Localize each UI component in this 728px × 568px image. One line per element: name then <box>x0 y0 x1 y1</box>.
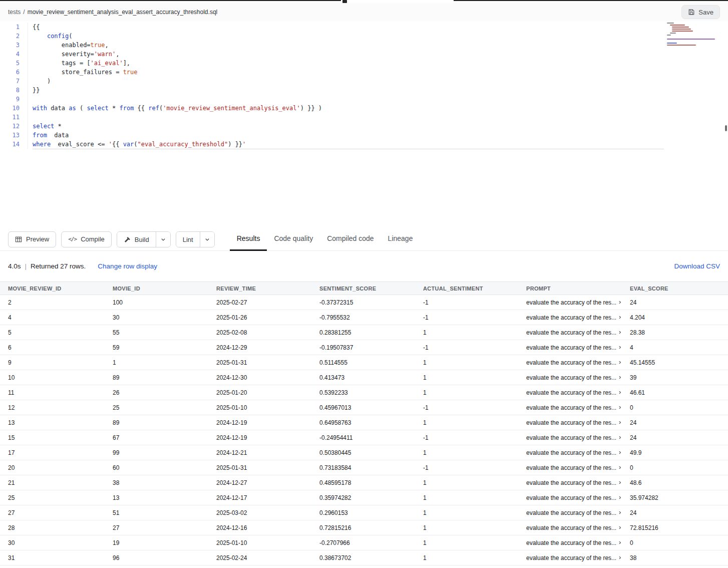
lint-dropdown-button[interactable] <box>200 232 214 247</box>
prompt-expand-icon[interactable]: › <box>619 509 621 516</box>
save-button[interactable]: Save <box>681 5 720 19</box>
prompt-expand-icon[interactable]: › <box>619 464 621 471</box>
table-cell: 49.9 <box>622 449 728 456</box>
code-token: from <box>119 105 134 112</box>
file-tabstrip <box>0 0 728 3</box>
prompt-text: evaluate the accuracy of the res... <box>526 509 616 516</box>
prompt-expand-icon[interactable]: › <box>619 374 621 381</box>
minimap-line <box>667 23 674 24</box>
table-cell: 2025-02-27 <box>208 299 311 306</box>
table-cell: 1 <box>415 539 518 546</box>
preview-button[interactable]: Preview <box>8 231 56 247</box>
code-token: config <box>47 33 69 40</box>
line-number: 4 <box>0 50 28 59</box>
prompt-expand-icon[interactable]: › <box>619 434 621 441</box>
table-cell: 0.64958763 <box>311 419 415 426</box>
table-cell: 4 <box>622 344 728 351</box>
code-line[interactable]: }} <box>33 86 728 95</box>
table-cell: 28.38 <box>622 329 728 336</box>
table-row: 6592024-12-29-0.19507837-1evaluate the a… <box>0 340 728 355</box>
prompt-expand-icon[interactable]: › <box>619 479 621 486</box>
table-cell: evaluate the accuracy of the res...› <box>518 479 622 486</box>
table-cell: evaluate the accuracy of the res...› <box>518 314 622 321</box>
breadcrumb-root[interactable]: tests <box>8 9 21 16</box>
line-number: 12 <box>0 122 28 131</box>
prompt-expand-icon[interactable]: › <box>619 419 621 426</box>
lint-button[interactable]: Lint <box>176 232 200 247</box>
tab-results[interactable]: Results <box>230 228 267 251</box>
table-row: 31962025-02-240.386737021evaluate the ac… <box>0 550 728 565</box>
table-cell: 1 <box>415 524 518 531</box>
file-tab-icon <box>342 0 347 3</box>
code-line[interactable]: from data <box>33 131 728 140</box>
table-cell: 2025-02-24 <box>208 554 311 561</box>
table-row: 4302025-01-26-0.7955532-1evaluate the ac… <box>0 310 728 325</box>
prompt-expand-icon[interactable]: › <box>619 344 621 351</box>
table-cell: 55 <box>105 329 208 336</box>
table-cell: 0.413473 <box>311 374 415 381</box>
prompt-expand-icon[interactable]: › <box>619 404 621 411</box>
code-line[interactable]: store_failures = true <box>33 68 728 77</box>
table-cell: 38 <box>622 554 728 561</box>
table-cell: 27 <box>0 509 105 516</box>
breadcrumb-separator: / <box>23 9 25 16</box>
code-line[interactable] <box>33 113 728 122</box>
prompt-expand-icon[interactable]: › <box>619 389 621 396</box>
download-csv-link[interactable]: Download CSV <box>674 262 720 270</box>
table-cell: 24 <box>622 299 728 306</box>
code-line[interactable]: severity='warn', <box>33 50 728 59</box>
column-header: SENTIMENT_SCORE <box>311 286 415 292</box>
build-button-label: Build <box>135 236 149 243</box>
prompt-expand-icon[interactable]: › <box>619 314 621 321</box>
prompt-expand-icon[interactable]: › <box>619 359 621 366</box>
code-line[interactable]: {{ <box>33 23 728 32</box>
prompt-expand-icon[interactable]: › <box>619 329 621 336</box>
prompt-expand-icon[interactable]: › <box>619 539 621 546</box>
prompt-text: evaluate the accuracy of the res... <box>526 524 616 531</box>
prompt-expand-icon[interactable]: › <box>619 524 621 531</box>
code-lines[interactable]: {{ config( enabled=true, severity='warn'… <box>28 23 728 149</box>
table-cell: 0.50380445 <box>311 449 415 456</box>
build-dropdown-button[interactable] <box>156 232 170 247</box>
code-token: select <box>87 105 108 112</box>
editor-scrollbar-thumb[interactable] <box>725 125 727 131</box>
code-token: as <box>69 105 76 112</box>
minimap[interactable] <box>667 23 723 47</box>
chevron-down-icon <box>205 237 210 242</box>
change-row-display-link[interactable]: Change row display <box>98 262 157 270</box>
prompt-expand-icon[interactable]: › <box>619 494 621 501</box>
code-line[interactable]: select * <box>33 122 728 131</box>
compile-button[interactable]: </> Compile <box>61 231 112 247</box>
table-row: 11262025-01-200.53922331evaluate the acc… <box>0 385 728 400</box>
code-line[interactable]: where eval_score <= '{{ var("eval_accura… <box>33 140 728 149</box>
code-line[interactable]: ) <box>33 77 728 86</box>
code-token: * <box>54 123 61 130</box>
code-line[interactable]: with data as ( select * from {{ ref('mov… <box>33 104 728 113</box>
table-cell: 9 <box>0 359 105 366</box>
table-cell: evaluate the accuracy of the res...› <box>518 464 622 471</box>
table-cell: 1 <box>415 374 518 381</box>
sql-editor[interactable]: 1234567891011121314 {{ config( enabled=t… <box>0 21 728 228</box>
table-cell: 0.72815216 <box>311 524 415 531</box>
tab-lineage[interactable]: Lineage <box>381 228 420 251</box>
table-cell: evaluate the accuracy of the res...› <box>518 329 622 336</box>
code-line[interactable] <box>33 95 728 104</box>
table-cell: 2025-01-26 <box>208 314 311 321</box>
prompt-expand-icon[interactable]: › <box>619 299 621 306</box>
table-cell: 2025-01-31 <box>208 464 311 471</box>
code-line[interactable]: config( <box>33 32 728 41</box>
tab-code-quality[interactable]: Code quality <box>267 228 320 251</box>
code-line[interactable]: enabled=true, <box>33 41 728 50</box>
code-line[interactable]: tags = ['ai_eval'], <box>33 59 728 68</box>
code-token: from <box>33 132 47 139</box>
code-token: data <box>47 105 69 112</box>
prompt-expand-icon[interactable]: › <box>619 449 621 456</box>
prompt-expand-icon[interactable]: › <box>619 554 621 561</box>
table-cell: evaluate the accuracy of the res...› <box>518 389 622 396</box>
table-icon <box>15 236 22 243</box>
build-button[interactable]: Build <box>117 232 156 247</box>
table-cell: 60 <box>105 464 208 471</box>
tab-compiled-code[interactable]: Compiled code <box>320 228 381 251</box>
code-token: true <box>123 69 138 76</box>
table-row: 5552025-02-080.283812551evaluate the acc… <box>0 325 728 340</box>
